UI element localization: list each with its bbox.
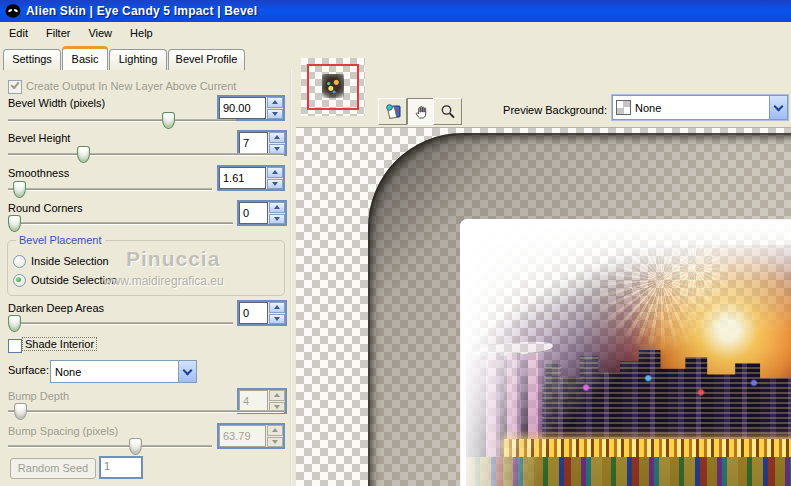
triangle-down-icon: [274, 147, 280, 151]
triangle-up-icon: [272, 428, 278, 432]
smoothness-spin-down[interactable]: [267, 179, 283, 190]
triangle-up-icon: [274, 305, 280, 309]
bump-spacing-slider-thumb: [129, 438, 142, 455]
zoom-tool-button[interactable]: [433, 98, 462, 125]
navigator-thumbnail[interactable]: [301, 58, 365, 116]
random-seed-value: 1: [101, 458, 141, 474]
bevel-width-slider[interactable]: [8, 119, 236, 122]
radio-dot-icon: [16, 277, 21, 282]
create-output-label: Create Output In New Layer Above Current: [26, 80, 236, 92]
bevel-height-spin-up[interactable]: [269, 132, 285, 143]
surface-combo-value: None: [51, 366, 178, 378]
menu-view[interactable]: View: [79, 24, 121, 42]
preview-background-combo-button[interactable]: [769, 96, 787, 119]
bump-depth-slider-thumb: [14, 403, 27, 420]
bevel-width-value[interactable]: 90.00: [219, 97, 266, 119]
round-corners-slider-thumb[interactable]: [8, 215, 21, 232]
smoothness-spin-up[interactable]: [267, 167, 283, 178]
darken-deep-areas-slider-thumb[interactable]: [8, 315, 21, 332]
smoothness-value[interactable]: 1.61: [219, 167, 266, 189]
menu-help[interactable]: Help: [121, 24, 162, 42]
bevel-width-slider-thumb[interactable]: [162, 112, 175, 129]
checkmark-icon: [11, 80, 20, 89]
triangle-down-icon: [272, 440, 278, 444]
darken-deep-areas-slider[interactable]: [8, 322, 233, 325]
pan-tool-button[interactable]: [407, 98, 436, 125]
navigator-view-rect[interactable]: [307, 64, 359, 110]
outside-selection-radio[interactable]: [13, 274, 26, 287]
create-output-checkbox[interactable]: [8, 80, 22, 94]
transparency-checker-icon: [616, 100, 631, 115]
bevel-placement-caption: Bevel Placement: [16, 234, 105, 246]
bevel-height-slider[interactable]: [8, 153, 284, 156]
darken-spin-up[interactable]: [269, 302, 285, 313]
tab-settings[interactable]: Settings: [3, 49, 61, 70]
menu-bar: Edit Filter View Help: [0, 22, 791, 44]
magnifier-icon: [440, 104, 456, 120]
menu-filter[interactable]: Filter: [37, 24, 79, 42]
tab-basic[interactable]: Basic: [62, 46, 108, 70]
bump-spacing-spin-down: [267, 437, 283, 448]
alien-head-icon: [5, 4, 21, 19]
preview-background-label: Preview Background:: [497, 104, 607, 116]
darken-deep-areas-spinbox: 0: [237, 300, 287, 326]
round-corners-slider[interactable]: [8, 222, 233, 225]
darken-deep-areas-value[interactable]: 0: [239, 302, 268, 324]
triangle-up-icon: [272, 100, 278, 104]
chevron-down-icon: [774, 101, 784, 111]
darken-spin-down[interactable]: [269, 314, 285, 325]
triangle-down-icon: [272, 112, 278, 116]
preview-background-value: None: [631, 102, 769, 114]
random-seed-button: Random Seed: [10, 458, 96, 479]
triangle-down-icon: [274, 217, 280, 221]
preview-canvas[interactable]: [296, 127, 791, 486]
round-corners-value[interactable]: 0: [239, 202, 268, 224]
bump-depth-slider: [8, 410, 284, 413]
round-corners-label: Round Corners: [8, 202, 83, 214]
smoothness-label: Smoothness: [8, 167, 69, 179]
shade-interior-label[interactable]: Shade Interior: [23, 338, 96, 350]
round-corners-spin-down[interactable]: [269, 214, 285, 225]
inside-selection-radio[interactable]: [13, 255, 26, 268]
menu-edit[interactable]: Edit: [0, 24, 37, 42]
round-corners-spinbox: 0: [237, 200, 287, 226]
bevel-height-slider-thumb[interactable]: [77, 146, 90, 163]
compare-original-button[interactable]: [378, 98, 407, 125]
window-title: Alien Skin | Eye Candy 5 Impact | Bevel: [26, 4, 257, 18]
smoothness-slider-thumb[interactable]: [13, 181, 26, 198]
surface-combo-button[interactable]: [178, 361, 196, 382]
bump-spacing-value: 63.79: [219, 425, 266, 447]
preview-background-combo[interactable]: None: [612, 95, 788, 120]
bevel-width-spin-down[interactable]: [267, 109, 283, 120]
smoothness-slider[interactable]: [8, 188, 212, 191]
bevel-height-label: Bevel Height: [8, 132, 70, 144]
bevel-width-spin-up[interactable]: [267, 97, 283, 108]
title-bar[interactable]: Alien Skin | Eye Candy 5 Impact | Bevel: [0, 0, 791, 22]
triangle-up-icon: [274, 135, 280, 139]
tab-lighting[interactable]: Lighting: [109, 49, 167, 70]
darken-deep-areas-label: Darken Deep Areas: [8, 302, 104, 314]
tab-bevel-profile[interactable]: Bevel Profile: [168, 49, 245, 70]
bevel-height-value[interactable]: 7: [239, 132, 268, 154]
smoothness-spinbox: 1.61: [217, 165, 285, 191]
bevel-highlight-haze: [460, 219, 791, 486]
random-seed-field: 1: [99, 456, 143, 479]
bump-spacing-label: Bump Spacing (pixels): [8, 425, 118, 437]
surface-label: Surface:: [8, 364, 49, 376]
bump-spacing-spinbox: 63.79: [217, 423, 285, 449]
triangle-up-icon: [274, 393, 280, 397]
bump-depth-spin-up: [269, 390, 285, 401]
hand-icon: [414, 104, 430, 120]
chevron-down-icon: [183, 365, 193, 375]
plugin-window: Alien Skin | Eye Candy 5 Impact | Bevel …: [0, 0, 791, 486]
surface-combo[interactable]: None: [50, 360, 197, 383]
triangle-up-icon: [272, 170, 278, 174]
shade-interior-checkbox[interactable]: [8, 339, 22, 353]
triangle-down-icon: [272, 182, 278, 186]
bevel-width-label: Bevel Width (pixels): [8, 97, 105, 109]
bump-depth-label: Bump Depth: [8, 390, 69, 402]
inside-selection-label[interactable]: Inside Selection: [31, 255, 109, 267]
round-corners-spin-up[interactable]: [269, 202, 285, 213]
bevel-width-spinbox: 90.00: [217, 95, 285, 121]
watermark-url: www.maidiregrafica.eu: [103, 274, 224, 288]
